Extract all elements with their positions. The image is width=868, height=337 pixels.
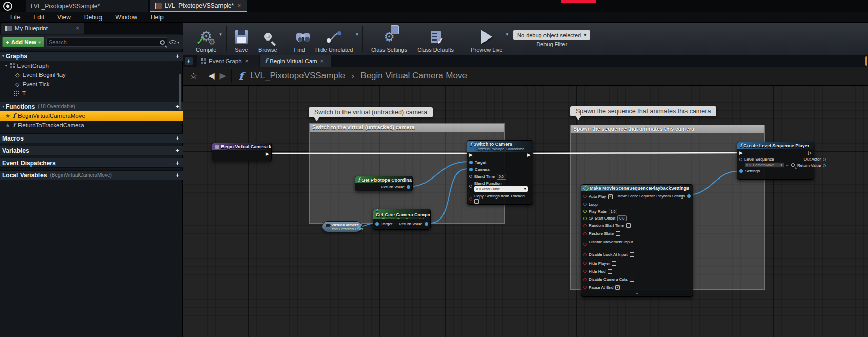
start-offset-pin[interactable] xyxy=(583,217,587,220)
back-icon[interactable]: ◀ xyxy=(208,72,214,80)
expander-icon[interactable]: ▾ xyxy=(2,104,4,109)
disable-look-at-input-pin[interactable] xyxy=(583,253,587,256)
hide-player-pin[interactable] xyxy=(583,262,587,265)
asset-tab-2-active[interactable]: LVL_PixotopeVSSample* × xyxy=(150,0,247,12)
close-icon[interactable]: × xyxy=(245,58,249,64)
close-icon[interactable]: × xyxy=(319,58,324,64)
playback-settings-out-pin[interactable] xyxy=(687,194,691,198)
browse-to-asset-icon[interactable] xyxy=(791,163,795,167)
blend-time-input[interactable]: 0.0 xyxy=(497,174,506,180)
close-icon[interactable]: × xyxy=(75,25,80,31)
tree-item-event-tick[interactable]: ◇ Event Tick xyxy=(0,80,183,89)
level-sequence-asset-select[interactable]: LS_CameraMove ▾ xyxy=(744,162,784,168)
target-pin[interactable] xyxy=(375,222,379,226)
restore-state-checkbox[interactable] xyxy=(616,231,620,236)
comment-title[interactable]: Switch to the virtual (untracked) camera xyxy=(310,124,504,132)
menu-window[interactable]: Window xyxy=(109,14,144,21)
disable-camera-cuts-pin[interactable] xyxy=(583,278,587,281)
section-functions[interactable]: ▾ Functions (18 Overridable) + xyxy=(0,102,183,111)
disable-camera-cuts-checkbox[interactable] xyxy=(630,277,634,282)
debug-object-select[interactable]: No debug object selected ▾ xyxy=(513,30,590,40)
favorite-star-icon[interactable]: ☆ xyxy=(190,71,197,82)
expander-icon[interactable]: ▾ xyxy=(5,64,7,68)
section-event-dispatchers[interactable]: Event Dispatchers + xyxy=(0,158,183,168)
disable-movement-input-pin[interactable] xyxy=(583,243,587,246)
class-settings-button[interactable]: ⚙ Class Settings xyxy=(366,24,412,54)
hide-unrelated-button[interactable]: Hide Unrelated xyxy=(310,24,358,54)
node-switch-to-camera[interactable]: f Switch to Camera Target is Pixotope Co… xyxy=(467,140,533,205)
add-graph-button[interactable]: + xyxy=(175,52,179,60)
menu-debug[interactable]: Debug xyxy=(78,14,108,21)
hide-unrelated-options-dropdown[interactable]: ▾ xyxy=(356,32,358,37)
menu-help[interactable]: Help xyxy=(145,14,170,21)
collapse-advanced-icon[interactable]: ▴ xyxy=(581,291,693,295)
add-variable-button[interactable]: + xyxy=(175,147,179,154)
section-local-variables[interactable]: Local Variables (BeginVirtualCameraMove)… xyxy=(0,170,183,180)
play-rate-input[interactable]: 1.0 xyxy=(609,209,618,214)
add-local-variable-button[interactable]: + xyxy=(175,171,179,179)
tab-begin-virtual-camera-active[interactable]: f Begin Virtual Cam × xyxy=(260,55,331,67)
section-graphs[interactable]: ▾ Graphs + xyxy=(0,51,183,61)
tree-item-t[interactable]: T xyxy=(0,89,183,98)
hide-player-checkbox[interactable] xyxy=(612,261,616,266)
add-macro-button[interactable]: + xyxy=(175,134,179,142)
compile-options-dropdown[interactable]: ▾ xyxy=(219,32,222,37)
menu-edit[interactable]: Edit xyxy=(27,14,50,21)
target-pin[interactable] xyxy=(469,161,473,164)
compile-button[interactable]: ⚙ ⚙ ✓ Compile xyxy=(191,24,221,54)
exec-in-pin[interactable]: ▶ xyxy=(739,151,743,155)
asset-tab-1[interactable]: LVL_PixotopeVSSample* xyxy=(26,0,148,12)
section-macros[interactable]: Macros + xyxy=(0,133,183,143)
browse-button[interactable]: Browse xyxy=(253,24,282,54)
forward-icon[interactable]: ▶ xyxy=(220,72,226,80)
add-new-button[interactable]: + Add New ▾ xyxy=(2,37,44,47)
section-variables[interactable]: Variables + xyxy=(0,146,183,155)
play-rate-pin[interactable] xyxy=(583,210,587,213)
loop-pin[interactable] xyxy=(583,203,587,206)
auto-play-checkbox[interactable]: ✓ xyxy=(608,194,613,199)
menu-file[interactable]: File xyxy=(4,14,26,21)
camera-pin[interactable] xyxy=(469,168,473,171)
return-value-pin[interactable] xyxy=(823,164,826,167)
pause-at-end-checkbox[interactable]: ✓ xyxy=(615,285,620,290)
exec-in-pin[interactable]: ▶ xyxy=(469,153,473,157)
disable-movement-input-checkbox[interactable] xyxy=(589,245,593,249)
random-start-time-checkbox[interactable] xyxy=(626,223,631,228)
search-input[interactable] xyxy=(49,39,160,45)
add-dispatcher-button[interactable]: + xyxy=(175,159,179,167)
node-begin-virtual-camera-move[interactable]: Begin Virtual Camera Move ▶ xyxy=(212,143,272,161)
out-actor-pin[interactable] xyxy=(823,158,826,161)
sidebar-scrollbar[interactable] xyxy=(179,74,181,110)
exec-out-pin[interactable]: ▶ xyxy=(527,153,531,157)
node-get-pixotope-coordinator[interactable]: f Get Pixotope Coordinator Return Value xyxy=(355,176,413,191)
unreal-logo-icon[interactable] xyxy=(3,2,12,11)
return-value-pin[interactable] xyxy=(407,185,410,189)
node-make-playback-settings[interactable]: Make MovieSceneSequencePlaybackSettings … xyxy=(581,184,693,297)
expander-icon[interactable]: ▾ xyxy=(2,54,4,58)
disable-look-at-input-checkbox[interactable] xyxy=(630,252,634,257)
start-offset-input[interactable]: 0.0 xyxy=(617,215,627,221)
tree-item-event-beginplay[interactable]: ◇ Event BeginPlay xyxy=(0,70,183,80)
copy-settings-checkbox[interactable] xyxy=(474,199,479,204)
exec-out-pin[interactable]: ▶ xyxy=(266,152,269,156)
exec-out-pin[interactable]: ▷ xyxy=(808,151,812,155)
pause-at-end-pin[interactable] xyxy=(583,286,587,289)
settings-pin[interactable] xyxy=(739,169,743,173)
actor-out-pin[interactable] xyxy=(357,225,360,229)
random-start-time-pin[interactable] xyxy=(583,224,587,227)
copy-settings-pin[interactable] xyxy=(469,197,472,201)
new-graph-tab-button[interactable]: + xyxy=(185,57,193,65)
menu-view[interactable]: View xyxy=(51,14,77,21)
blend-function-pin[interactable] xyxy=(469,185,472,188)
auto-play-pin[interactable] xyxy=(583,195,587,198)
blend-function-select[interactable]: VTBlend Cubic ▾ xyxy=(474,186,528,192)
hide-hud-checkbox[interactable] xyxy=(608,269,612,274)
close-icon[interactable]: × xyxy=(237,3,241,9)
visibility-filter-button[interactable]: ▾ xyxy=(169,40,180,45)
blend-time-pin[interactable] xyxy=(469,175,472,178)
node-virtualcamera-1[interactable]: VirtualCamera 1 from Persistent Level xyxy=(322,221,362,232)
hide-hud-pin[interactable] xyxy=(583,270,587,273)
use-selected-asset-icon[interactable]: ← xyxy=(785,163,790,167)
preview-live-options-dropdown[interactable]: ▾ xyxy=(506,32,508,37)
tree-item-beginvirtualcameramove-selected[interactable]: ★ f BeginVirtualCameraMove xyxy=(0,111,183,121)
